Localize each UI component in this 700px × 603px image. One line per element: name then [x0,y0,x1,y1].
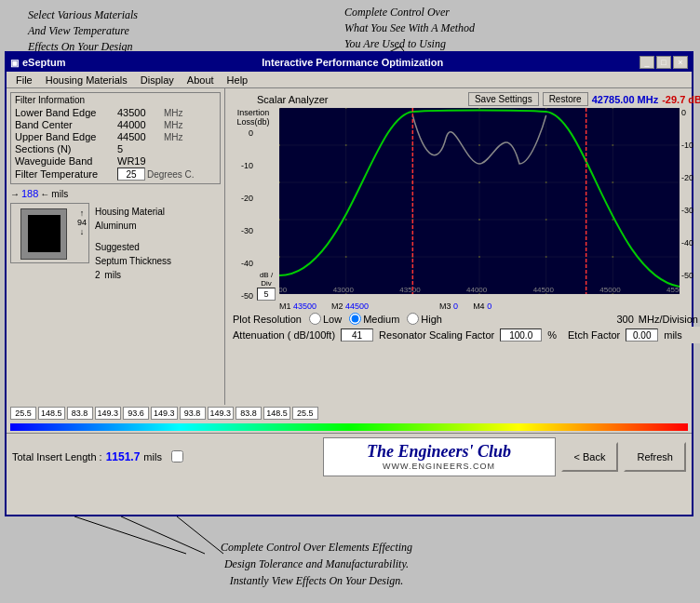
minimize-button[interactable]: _ [639,56,654,69]
yr-20: -20 [681,173,700,182]
y-axis-right: 0 -10 -20 -30 -40 -50 [680,108,700,280]
y-axis-left: 0 -10 -20 -30 -40 -50 [229,128,255,301]
septum-unit: mils [104,270,121,280]
septum-thickness-label: Septum Thickness [95,256,171,266]
filter-row-temp: Filter Temperature 25 Degrees C. [15,168,216,181]
title-bar-left: ▣ eSeptum [10,57,65,68]
atten-input[interactable] [341,328,373,342]
save-settings-button[interactable]: Save Settings [468,92,539,106]
plot-medium-text: Medium [363,314,399,325]
filter-row-waveguide: Waveguide Band WR19 [15,155,216,167]
sep-5: 149.3 [151,407,178,420]
window-buttons: _ □ × [639,56,688,69]
refresh-button[interactable]: Refresh [624,442,686,472]
engineers-club: The Engineers' Club WWW.ENGINEERS.COM [323,437,556,476]
arrow-left: → [10,189,20,199]
menu-bar: File Housing Materials Display About Hel… [7,72,692,88]
temp-unit: Degrees C. [147,169,195,180]
marker-m3: M3 0 [439,302,458,311]
maximize-button[interactable]: □ [656,56,671,69]
restore-button[interactable]: Restore [543,92,588,106]
annotation-top-left: Select Various MaterialsAnd View Tempera… [28,7,195,54]
app-icon: ▣ [10,58,19,68]
width-value: 188 [21,188,38,199]
resonator-unit: % [547,329,557,341]
sections-label: Sections (N) [15,143,117,154]
plot-resolution-row: Plot Resolution Low Medium High 300 MHz/… [229,311,700,327]
gradient-bar [10,423,688,431]
menu-about[interactable]: About [182,74,220,86]
engineers-url: WWW.ENGINEERS.COM [383,462,495,471]
total-insert-label: Total Insert Length : [12,451,102,462]
plot-low-label[interactable]: Low [309,313,342,325]
waveguide-label: Waveguide Band [15,155,117,167]
y-50: -50 [229,291,253,301]
temp-input[interactable]: 25 [117,168,145,181]
height-value: 94 [77,218,87,227]
marker-m2: M2 44500 [331,302,369,311]
main-window: ▣ eSeptum Interactive Performance Optimi… [5,51,693,516]
sep-8: 83.8 [236,407,262,420]
plot-medium-radio[interactable] [349,313,361,325]
lower-band-label: Lower Band Edge [15,107,117,118]
total-insert-checkbox[interactable] [171,450,183,462]
engineers-title: The Engineers' Club [367,442,511,462]
annotation-bottom: Complete Control Over Elements Effecting… [130,539,503,589]
menu-display[interactable]: Display [135,74,180,86]
back-button[interactable]: < Back [561,442,619,472]
marker-row: M1 43500 M2 44500 M3 0 M4 0 [229,302,700,311]
db-div-area: dB / Div [255,128,277,301]
filter-row-upper: Upper Band Edge 44500 MHz [15,131,216,142]
db-div-label: dB / Div [255,271,277,288]
atten-label: Attenuation ( dB/100ft) [233,329,335,341]
septum-thickness-row: 2 mils [95,270,171,280]
main-area: Filter Information Lower Band Edge 43500… [7,88,692,405]
menu-file[interactable]: File [10,74,38,86]
etch-input[interactable] [626,328,658,342]
db-div-input[interactable] [257,288,276,301]
right-panel: Scalar Analyzer Save Settings Restore 42… [225,88,700,405]
dimension-area: → 188 ← mils ↑ 94 ↓ [10,188,221,280]
septum-graphic: ↑ 94 ↓ [10,203,89,263]
plot-high-text: High [421,314,442,325]
scalar-label: Scalar Analyzer [257,94,328,105]
upper-band-label: Upper Band Edge [15,131,117,142]
sep-10: 25.5 [292,407,318,420]
plot-medium-label[interactable]: Medium [349,313,399,325]
yr-10: -10 [681,141,700,150]
mhz-value: 300 [616,314,633,325]
chart-controls: Save Settings Restore 42785.00 MHz -29.7… [468,92,700,106]
plot-high-radio[interactable] [407,313,419,325]
menu-housing[interactable]: Housing Materials [40,74,133,86]
housing-info: Housing Material Aluminum Suggested Sept… [95,207,171,280]
filter-row-lower: Lower Band Edge 43500 MHz [15,107,216,118]
close-button[interactable]: × [673,56,688,69]
filter-group-label: Filter Information [15,95,216,105]
db-display: -29.7 dB [662,94,700,105]
plot-high-label[interactable]: High [407,313,442,325]
menu-help[interactable]: Help [222,74,254,86]
sep-7: 149.3 [208,407,235,420]
septum-values-row: 25.5 148.5 83.8 149.3 93.6 149.3 93.8 14… [7,405,692,422]
sep-0: 25.5 [10,407,36,420]
chart-header: Scalar Analyzer Save Settings Restore 42… [229,92,700,106]
width-row: → 188 ← mils [10,188,68,199]
annotation-top-right: Complete Control OverWhat You See With A… [344,5,549,51]
sections-value: 5 [117,143,164,154]
septum-black [28,215,61,252]
band-center-label: Band Center [15,119,117,130]
arrow-right: ← [40,189,49,199]
y-40: -40 [229,259,253,268]
band-center-unit: MHz [164,120,183,130]
mhz-per-div: 300 MHz/Division [616,314,698,325]
left-axis-area: InsertionLoss(db) 0 -10 -20 -30 -40 -50 … [229,108,277,301]
yr-40: -40 [681,238,700,248]
sep-3: 149.3 [95,407,122,420]
yr-50: -50 [681,271,700,280]
yr-0: 0 [681,108,700,117]
resonator-input[interactable] [500,328,542,342]
width-area: → 188 ← mils ↑ 94 ↓ [10,188,89,263]
lower-band-value: 43500 [117,107,164,118]
insertion-loss-label: InsertionLoss(db) [229,108,277,127]
plot-low-radio[interactable] [309,313,321,325]
